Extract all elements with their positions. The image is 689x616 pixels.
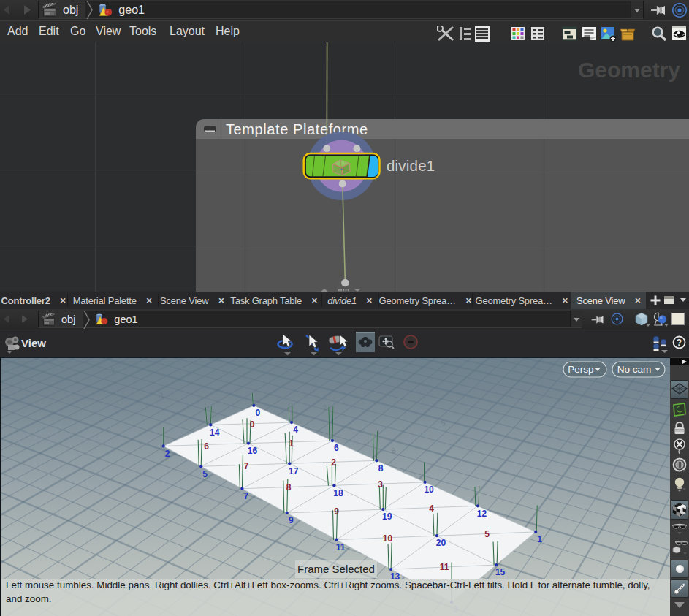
svg-text:8: 8 bbox=[378, 463, 384, 474]
svg-text:Persp: Persp bbox=[568, 364, 593, 375]
svg-text:19: 19 bbox=[382, 512, 392, 522]
svg-text:6: 6 bbox=[204, 441, 209, 452]
svg-text:7: 7 bbox=[244, 491, 249, 501]
svg-text:16: 16 bbox=[248, 446, 258, 456]
svg-text:1: 1 bbox=[537, 534, 542, 544]
svg-text:2: 2 bbox=[165, 449, 170, 459]
svg-text:Geometry: Geometry bbox=[578, 58, 680, 82]
svg-text:20: 20 bbox=[436, 538, 446, 548]
svg-text:2: 2 bbox=[331, 457, 336, 468]
svg-text:1: 1 bbox=[289, 438, 294, 449]
svg-text:No cam: No cam bbox=[617, 364, 652, 375]
svg-text:17: 17 bbox=[289, 466, 299, 476]
svg-text:?: ? bbox=[677, 338, 682, 348]
svg-text:15: 15 bbox=[495, 567, 506, 577]
svg-text:11: 11 bbox=[440, 562, 449, 572]
svg-text:7: 7 bbox=[244, 461, 249, 471]
svg-text:9: 9 bbox=[334, 506, 339, 517]
svg-text:10: 10 bbox=[424, 484, 434, 495]
svg-text:5: 5 bbox=[484, 529, 490, 539]
svg-text:12: 12 bbox=[477, 509, 487, 519]
svg-text:9: 9 bbox=[289, 515, 294, 525]
svg-text:8: 8 bbox=[286, 482, 292, 493]
svg-text:14: 14 bbox=[210, 427, 220, 438]
svg-text:0: 0 bbox=[250, 419, 255, 430]
svg-text:0: 0 bbox=[255, 408, 260, 418]
svg-text:4: 4 bbox=[429, 503, 434, 514]
svg-text:11: 11 bbox=[336, 542, 346, 552]
svg-text:Left mouse tumbles. Middle pan: Left mouse tumbles. Middle pans. Right d… bbox=[6, 579, 650, 590]
svg-text:3: 3 bbox=[378, 479, 383, 490]
svg-text:4: 4 bbox=[293, 425, 298, 435]
svg-text:5: 5 bbox=[202, 469, 208, 479]
svg-text:Frame Selected: Frame Selected bbox=[297, 563, 375, 575]
svg-text:and zoom.: and zoom. bbox=[6, 593, 52, 604]
svg-text:6: 6 bbox=[334, 443, 339, 453]
svg-text:divide1: divide1 bbox=[387, 157, 435, 174]
svg-text:10: 10 bbox=[383, 533, 393, 544]
svg-text:18: 18 bbox=[333, 488, 343, 498]
